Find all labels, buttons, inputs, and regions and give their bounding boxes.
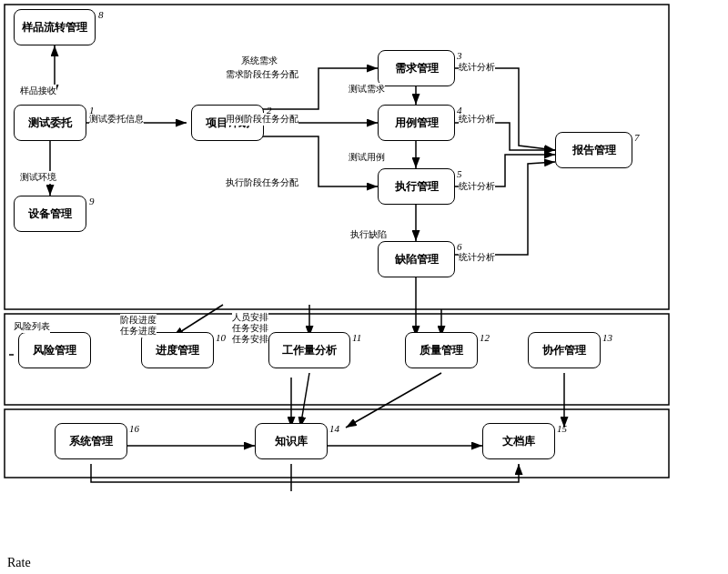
label-stat-1: 统计分析 (459, 61, 495, 74)
num-15: 15 (557, 423, 567, 434)
sys-mgmt-label: 系统管理 (69, 434, 113, 449)
usecase-mgmt-node: 用例管理 (378, 105, 455, 141)
sample-flow-node: 样品流转管理 (14, 9, 96, 45)
defect-mgmt-label: 缺陷管理 (395, 252, 439, 267)
num-2: 2 (267, 105, 272, 116)
quality-mgmt-node: 质量管理 (405, 332, 478, 368)
test-commission-node: 测试委托 (14, 105, 86, 141)
usecase-mgmt-label: 用例管理 (395, 116, 439, 131)
progress-mgmt-label: 进度管理 (156, 343, 199, 358)
sample-flow-label: 样品流转管理 (22, 20, 87, 35)
label-test-usecase: 测试用例 (349, 151, 385, 164)
risk-mgmt-node: 风险管理 (18, 332, 91, 368)
risk-mgmt-label: 风险管理 (33, 343, 76, 358)
diagram-container: 样品流转管理 8 测试委托 1 项目计划 2 需求管理 3 用例管理 4 执行管… (0, 0, 728, 574)
num-12: 12 (480, 332, 490, 343)
num-6: 6 (457, 241, 462, 252)
quality-mgmt-label: 质量管理 (420, 343, 463, 358)
svg-line-23 (300, 373, 309, 428)
label-demand-phase: 需求阶段任务分配 (226, 68, 298, 81)
workload-label: 工作量分析 (282, 343, 337, 358)
label-usecase-phase: 用例阶段任务分配 (226, 113, 298, 126)
test-commission-label: 测试委托 (28, 116, 72, 131)
knowledge-base-label: 知识库 (275, 434, 308, 449)
doc-base-node: 文档库 (482, 423, 555, 459)
report-mgmt-label: 报告管理 (572, 143, 616, 158)
label-exec-defect: 执行缺陷 (350, 228, 387, 241)
label-test-env: 测试环境 (20, 171, 56, 184)
progress-mgmt-node: 进度管理 (141, 332, 214, 368)
label-test-demand: 测试需求 (349, 83, 385, 96)
label-sample-accept: 样品接收 (20, 85, 56, 97)
num-7: 7 (634, 132, 640, 143)
collab-mgmt-node: 协作管理 (528, 332, 601, 368)
num-1: 1 (89, 105, 95, 116)
num-16: 16 (129, 423, 139, 434)
workload-node: 工作量分析 (268, 332, 350, 368)
collab-mgmt-label: 协作管理 (542, 343, 586, 358)
defect-mgmt-node: 缺陷管理 (378, 241, 455, 277)
num-5: 5 (457, 168, 462, 179)
device-mgmt-node: 设备管理 (14, 196, 86, 232)
num-13: 13 (602, 332, 612, 343)
demand-mgmt-label: 需求管理 (395, 61, 439, 76)
label-stat-4: 统计分析 (459, 251, 495, 264)
num-11: 11 (352, 332, 361, 343)
sys-mgmt-node: 系统管理 (55, 423, 127, 459)
num-8: 8 (98, 9, 104, 20)
label-stat-3: 统计分析 (459, 180, 495, 193)
num-14: 14 (329, 423, 339, 434)
label-personal-assign: 任务安排 (232, 333, 268, 346)
num-3: 3 (457, 50, 462, 61)
label-exec-phase: 执行阶段任务分配 (226, 176, 298, 189)
num-4: 4 (457, 105, 462, 116)
report-mgmt-node: 报告管理 (555, 132, 632, 168)
label-stat-2: 统计分析 (459, 113, 495, 126)
exec-mgmt-node: 执行管理 (378, 168, 455, 205)
demand-mgmt-node: 需求管理 (378, 50, 455, 86)
svg-line-22 (346, 373, 441, 428)
doc-base-label: 文档库 (502, 434, 535, 449)
num-9: 9 (89, 196, 95, 206)
label-system-demand: 系统需求 (241, 55, 278, 67)
exec-mgmt-label: 执行管理 (395, 179, 439, 195)
device-mgmt-label: 设备管理 (28, 206, 72, 222)
label-task-progress: 任务进度 (120, 325, 157, 337)
num-10: 10 (216, 332, 226, 343)
knowledge-base-node: 知识库 (255, 423, 328, 459)
label-risk-source: 风险列表 (14, 320, 50, 333)
label-commission-info: 测试委托信息 (89, 113, 144, 126)
